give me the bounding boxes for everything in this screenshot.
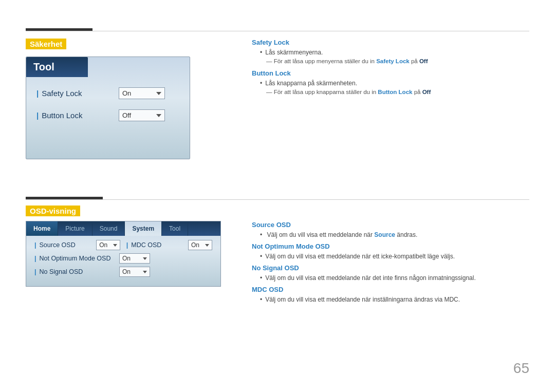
no-signal-title: No Signal OSD (252, 264, 529, 272)
source-osd-bullet-pre: Välj om du vill visa ett meddelande när (267, 231, 375, 238)
tool-panel: Tool Safety Lock On Button Lock Off (26, 57, 190, 159)
safety-lock-row: Safety Lock On (36, 87, 179, 99)
button-lock-note-val: Off (422, 89, 431, 95)
mdc-osd-select[interactable]: On (188, 240, 212, 250)
source-osd-bullet-end: ändras. (395, 231, 417, 238)
safety-lock-note-mid: på (410, 58, 419, 64)
page-number: 65 (513, 360, 529, 377)
no-signal-osd-value: On (122, 268, 131, 275)
button-lock-title: Button Lock (252, 69, 529, 77)
not-optimum-osd-select[interactable]: On (119, 253, 150, 264)
safety-lock-note: För att låsa upp menyerna ställer du in … (252, 58, 529, 64)
mdc-osd-value: On (191, 241, 199, 249)
osd-desc-panel: Source OSD Välj om du vill visa ett medd… (252, 221, 529, 305)
sakerhet-desc-panel: Safety Lock Lås skärmmenyerna. För att l… (252, 39, 529, 100)
osd-panel: Home Picture Sound System Tool Source OS… (26, 221, 221, 287)
source-osd-value: On (99, 241, 107, 249)
tab-tool[interactable]: Tool (162, 221, 188, 236)
no-signal-osd-arrow-icon (143, 271, 147, 273)
button-lock-note: För att låsa upp knapparna ställer du in… (252, 89, 529, 95)
tool-panel-header: Tool (26, 57, 88, 77)
source-osd-title: Source OSD (252, 221, 529, 229)
not-optimum-osd-value: On (122, 255, 131, 262)
button-lock-bullet: Lås knapparna på skärmenheten. (252, 80, 529, 87)
safety-lock-label: Safety Lock (36, 89, 119, 98)
no-signal-osd-select[interactable]: On (119, 267, 150, 277)
no-signal-bullet: Välj om du vill visa ett meddelande när … (252, 274, 529, 282)
button-lock-label: Button Lock (36, 111, 119, 120)
tab-system[interactable]: System (125, 221, 162, 236)
sakerhet-label: Säkerhet (26, 39, 66, 49)
not-optimum-bullet: Välj om du vill visa ett meddelande när … (252, 253, 529, 260)
button-lock-arrow-icon (156, 114, 161, 117)
mid-rule (26, 199, 529, 200)
safety-lock-bullet: Lås skärmmenyerna. (252, 49, 529, 56)
button-lock-select[interactable]: Off (119, 109, 165, 121)
osd-body: Source OSD On MDC OSD On Not Optimum Mod… (26, 236, 220, 286)
safety-lock-arrow-icon (156, 92, 161, 95)
tab-sound[interactable]: Sound (92, 221, 125, 236)
mdc-osd-label: MDC OSD (126, 241, 188, 249)
osd-tabs: Home Picture Sound System Tool (26, 221, 220, 236)
button-lock-value: Off (122, 111, 131, 119)
top-rule (26, 31, 529, 31)
button-lock-row: Button Lock Off (36, 109, 179, 121)
safety-lock-note-pre: För att låsa upp menyerna ställer du in (274, 58, 376, 64)
not-optimum-osd-label: Not Optimum Mode OSD (34, 255, 119, 262)
safety-lock-note-val: Off (419, 58, 428, 64)
not-optimum-title: Not Optimum Mode OSD (252, 242, 529, 250)
safety-lock-select[interactable]: On (119, 87, 165, 99)
tab-picture[interactable]: Picture (58, 221, 92, 236)
source-osd-label: Source OSD (34, 241, 96, 249)
no-signal-osd-label: No Signal OSD (34, 268, 119, 275)
safety-lock-value: On (122, 89, 131, 97)
mdc-osd-title: MDC OSD (252, 286, 529, 293)
safety-lock-note-link: Safety Lock (376, 58, 410, 64)
source-osd-arrow-icon (113, 244, 117, 247)
tab-home[interactable]: Home (26, 221, 58, 236)
osd-label: OSD-visning (26, 206, 80, 216)
source-osd-link: Source (374, 231, 395, 238)
no-signal-osd-row: No Signal OSD On (34, 267, 212, 277)
source-osd-select[interactable]: On (96, 240, 120, 250)
not-optimum-osd-row: Not Optimum Mode OSD On (34, 253, 212, 264)
button-lock-note-mid: på (412, 89, 422, 95)
source-osd-bullet: Välj om du vill visa ett meddelande när … (252, 231, 529, 238)
button-lock-note-link: Button Lock (378, 89, 412, 95)
button-lock-note-pre: För att låsa upp knapparna ställer du in (274, 89, 378, 95)
safety-lock-title: Safety Lock (252, 39, 529, 46)
mdc-osd-arrow-icon (205, 244, 209, 247)
source-osd-row: Source OSD On MDC OSD On (34, 240, 212, 250)
tool-panel-body: Safety Lock On Button Lock Off (26, 77, 190, 142)
mdc-osd-bullet: Välj om du vill visa ett meddelande när … (252, 296, 529, 303)
not-optimum-osd-arrow-icon (143, 257, 147, 260)
